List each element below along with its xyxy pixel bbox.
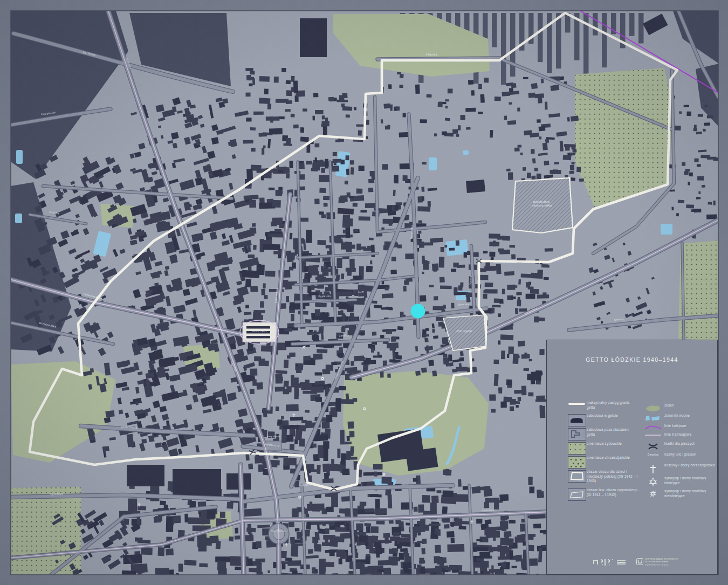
star-of-david-crossed-icon (642, 490, 664, 498)
legend-item-buildings-in-ghetto: zabudowa w getcie (567, 414, 618, 426)
legend-item-greenery: zieleń (642, 403, 674, 412)
legend-item-buildings-outside: zabudowa poza obszarem getta (567, 428, 638, 441)
legend-item-ghetto-boundary: maksymalny zasięg granic getta (567, 401, 638, 410)
legend-item-synagogues-existing: synagogi i domy modlitwy istniejące (642, 476, 716, 486)
greenery-swatch (642, 404, 664, 412)
university-logo: CENTRUM BADAŃ ŻYDOWSKICH IM. FILIPA FRIE… (636, 558, 678, 567)
water-swatch (642, 414, 664, 422)
legend-item-footbridges: kładki dla pieszych (642, 442, 695, 451)
legend-panel: GETTO ŁÓDZKIE 1940–1944 maksymalny zasię… (546, 340, 718, 575)
christian-cemeteries-swatch (567, 456, 587, 469)
logo-caption-lines (617, 560, 626, 566)
children-camp-swatch (567, 470, 587, 483)
street-name-sample: Dworska (642, 453, 664, 456)
gypsy-camp-swatch (567, 488, 587, 501)
legend-item-children-camp: obszar obozu dla dzieci i młodzieży pols… (567, 470, 638, 484)
church-cross-icon (642, 464, 664, 474)
tramway-swatch (642, 433, 664, 437)
legend-credits: CENTRUM BADAŃ ŻYDOWSKICH IM. FILIPA FRIE… (547, 556, 717, 572)
legend-item-tramways: linie tramwajowe (642, 432, 691, 437)
project-logo (592, 558, 626, 567)
footbridge-icon (642, 442, 664, 451)
legend-item-water: zbiorniki wodne (642, 414, 690, 422)
star-of-david-icon (642, 477, 664, 486)
legend-item-jewish-cemeteries: cmentarze żydowskie (567, 442, 622, 455)
legend-item-street-names: Dworska nazwy ulic i placów (642, 452, 696, 457)
legend-item-railways: linie kolejowe (642, 424, 686, 431)
legend-item-churches: kościoły i zbory chrześcijańskie (642, 463, 716, 474)
map-viewer: obóz dla dziecii młodzieży polskiejobóz … (0, 0, 728, 585)
buildings-outside-swatch (567, 428, 587, 441)
legend-item-synagogues-former: synagogi i domy modlitwy nieistniejące (642, 489, 716, 498)
hebrew-lettering-logo (592, 558, 615, 567)
partner-line-1: CENTRUM BADAŃ ŻYDOWSKICH (645, 558, 678, 560)
partner-line-3: UNIWERSYTET ŁÓDZKI (645, 564, 669, 566)
partner-line-2: IM. FILIPA FRIEDMANA (645, 561, 668, 563)
ghetto-boundary-swatch (567, 401, 587, 407)
railway-swatch (642, 424, 664, 431)
university-icon (636, 558, 643, 565)
jewish-cemeteries-swatch (567, 442, 587, 455)
buildings-in-ghetto-swatch (567, 414, 587, 426)
legend-item-christian-cemeteries: cmentarze chrześcijańskie (567, 456, 630, 469)
legend-item-gypsy-camp: obszar tzw. obozu cygańskiego (XI 1941 –… (567, 488, 638, 501)
map-title: GETTO ŁÓDZKIE 1940–1944 (547, 356, 717, 363)
